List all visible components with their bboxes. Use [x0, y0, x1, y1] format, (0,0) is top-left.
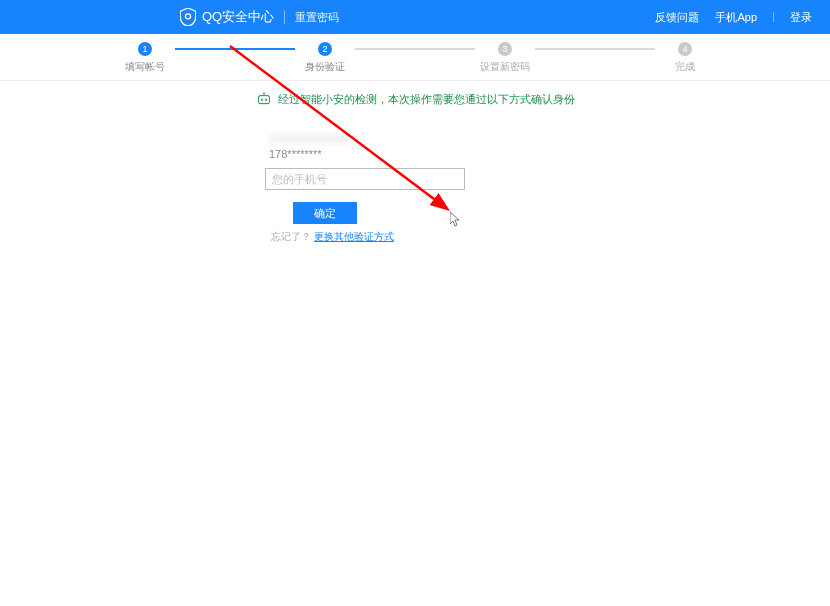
step-3: 3 设置新密码	[475, 42, 535, 74]
page-subtitle: 重置密码	[295, 10, 339, 25]
phone-field-label: ：	[265, 131, 565, 146]
info-banner: 经过智能小安的检测，本次操作需要您通过以下方式确认身份	[0, 81, 830, 111]
confirm-button-label: 确定	[314, 206, 336, 221]
header-nav: 反馈问题 手机App 登录	[655, 10, 812, 25]
step-line-2-3	[355, 48, 475, 50]
step-line-1-2	[175, 48, 295, 50]
svg-point-5	[263, 92, 264, 93]
nav-login[interactable]: 登录	[790, 10, 812, 25]
header-inner: QQ安全中心 重置密码 反馈问题 手机App 登录	[0, 8, 812, 26]
step-3-label: 设置新密码	[480, 60, 530, 74]
step-2-circle: 2	[318, 42, 332, 56]
step-4-label: 完成	[675, 60, 695, 74]
info-text: 经过智能小安的检测，本次操作需要您通过以下方式确认身份	[278, 92, 575, 107]
svg-point-3	[265, 99, 267, 101]
masked-phone: 178********	[265, 148, 565, 160]
robot-icon	[256, 91, 272, 107]
nav-feedback[interactable]: 反馈问题	[655, 10, 699, 25]
step-2: 2 身份验证	[295, 42, 355, 74]
redacted-label	[269, 134, 349, 144]
svg-rect-1	[258, 96, 269, 104]
logo-text: QQ安全中心	[202, 8, 274, 26]
step-1-circle: 1	[138, 42, 152, 56]
svg-point-2	[261, 99, 263, 101]
step-2-label: 身份验证	[305, 60, 345, 74]
step-line-3-4	[535, 48, 655, 50]
change-verify-link[interactable]: 更换其他验证方式	[314, 231, 394, 242]
cursor-icon	[450, 212, 462, 226]
step-3-circle: 3	[498, 42, 512, 56]
header-divider	[284, 10, 285, 24]
step-4: 4 完成	[655, 42, 715, 74]
phone-input[interactable]: 您的手机号	[265, 168, 465, 190]
phone-input-placeholder: 您的手机号	[272, 172, 327, 187]
shield-icon	[180, 8, 196, 26]
nav-separator	[773, 12, 774, 22]
confirm-button[interactable]: 确定	[293, 202, 357, 224]
svg-point-0	[185, 14, 190, 19]
logo[interactable]: QQ安全中心	[180, 8, 274, 26]
verify-form: ： 178******** 您的手机号 确定 忘记了？ 更换其他验证方式	[265, 131, 565, 244]
step-1: 1 填写帐号	[115, 42, 175, 74]
step-1-label: 填写帐号	[125, 60, 165, 74]
alt-verify-line: 忘记了？ 更换其他验证方式	[271, 230, 565, 244]
forgot-text: 忘记了？	[271, 231, 311, 242]
top-header: QQ安全中心 重置密码 反馈问题 手机App 登录	[0, 0, 830, 34]
steps-bar: 1 填写帐号 2 身份验证 3 设置新密码 4 完成	[0, 34, 830, 81]
step-4-circle: 4	[678, 42, 692, 56]
nav-app[interactable]: 手机App	[715, 10, 757, 25]
